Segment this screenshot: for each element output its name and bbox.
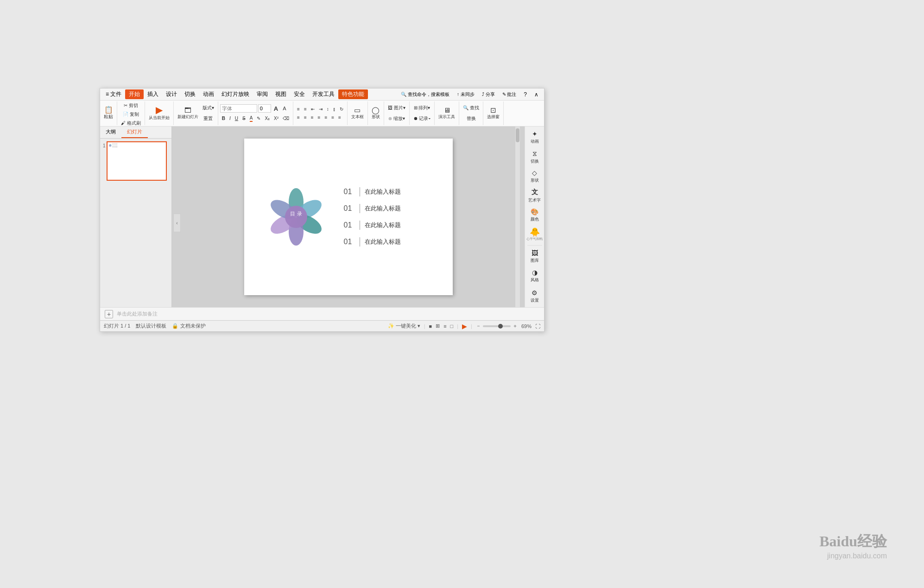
clear-format-button[interactable]: ⌫ <box>281 115 291 122</box>
zoom-out-button[interactable]: － <box>476 322 481 329</box>
find-button[interactable]: 🔍 查找 <box>461 103 481 113</box>
sidebar-style-button[interactable]: ◑ 风格 <box>526 266 544 285</box>
justify-button[interactable]: ≡ <box>316 114 323 121</box>
record-button[interactable]: ⏺ 记录▾ <box>411 114 433 124</box>
slide-canvas[interactable]: 目 录 01 在此输入标题 01 在此输入标题 <box>244 139 453 295</box>
menu-animation[interactable]: 动画 <box>199 89 218 99</box>
menu-slideshow[interactable]: 幻灯片放映 <box>218 89 253 99</box>
sidebar-color-button[interactable]: 🎨 颜色 <box>526 206 544 224</box>
menu-share[interactable]: ⤴ 分享 <box>478 90 499 99</box>
menu-insert[interactable]: 插入 <box>144 89 162 99</box>
view-notes-button[interactable]: □ <box>450 323 454 329</box>
strikethrough-button[interactable]: S <box>240 115 247 122</box>
menu-special[interactable]: 特色功能 <box>338 89 368 99</box>
numbering-button[interactable]: ≡ <box>302 106 309 113</box>
select-pane-button[interactable]: ⊡ 选择窗 <box>485 101 501 125</box>
decrease-indent-button[interactable]: ⇤ <box>309 106 316 113</box>
underline-button[interactable]: U <box>233 115 240 122</box>
template-info[interactable]: 默认设计模板 <box>136 322 166 329</box>
menu-search[interactable]: 🔍 查找命令，搜索模板 <box>397 90 453 99</box>
zoom-in-button[interactable]: ＋ <box>513 322 518 329</box>
play-button[interactable]: ▶ <box>462 322 467 330</box>
menu-developer[interactable]: 开发工具 <box>309 89 338 99</box>
menu-help[interactable]: ? <box>520 90 531 99</box>
sidebar-gallery-button[interactable]: 🖼 图库 <box>526 247 544 266</box>
superscript-button[interactable]: X² <box>272 115 280 122</box>
increase-font-button[interactable]: A <box>272 104 280 113</box>
slide-thumbnail[interactable]: 目录 01 | 在此输入标题 01 | 在此输入标题 01 | 在此输入标题 0… <box>107 141 167 181</box>
menu-item-3: 01 在此输入标题 <box>344 221 434 230</box>
align-center-button[interactable]: ≡ <box>302 114 309 121</box>
italic-button[interactable]: I <box>228 115 233 122</box>
zoom-slider[interactable] <box>483 325 511 327</box>
beautify-button[interactable]: ✨ 一键美化 ▾ <box>388 322 420 329</box>
replace-button[interactable]: 替换 <box>461 114 481 124</box>
increase-indent-button[interactable]: ⇥ <box>317 106 324 113</box>
menu-view[interactable]: 视图 <box>272 89 290 99</box>
menu-collapse[interactable]: ∧ <box>531 90 542 99</box>
subscript-button[interactable]: X₂ <box>263 115 272 122</box>
ribbon: 📋 粘贴 ✂ 剪切 📄 复制 🖌 格式刷 ▶ 从当前开始 <box>100 101 544 126</box>
font-name-input[interactable] <box>220 104 257 113</box>
play-from-current-button[interactable]: ▶ 从当前开始 <box>147 101 171 125</box>
bold-button[interactable]: B <box>220 115 227 122</box>
text-align1-button[interactable]: ≡ <box>323 114 329 121</box>
textbox-button[interactable]: ▭ 文本框 <box>349 101 366 125</box>
add-slide-button[interactable]: + <box>105 310 113 318</box>
text-direction-button[interactable]: ↻ <box>338 106 345 113</box>
sidebar-arttext-button[interactable]: 文 艺术字 <box>526 186 544 205</box>
shape-sidebar-icon: ◇ <box>532 169 537 177</box>
menu-start[interactable]: 开始 <box>125 89 144 99</box>
copy-button[interactable]: 📄 复制 <box>119 110 143 119</box>
align-left-button[interactable]: ≡ <box>295 114 302 121</box>
gallery-label: 图库 <box>531 258 539 264</box>
zoom-button[interactable]: ⊙ 缩放▾ <box>386 114 407 124</box>
sidebar-transition-button[interactable]: ⧖ 切换 <box>526 148 544 166</box>
layout-button[interactable]: 版式▾ <box>201 103 216 113</box>
vertical-scrollbar[interactable] <box>515 126 520 307</box>
outline-tab[interactable]: 大纲 <box>100 126 121 138</box>
menu-design[interactable]: 设计 <box>162 89 181 99</box>
sidebar-settings-button[interactable]: ⚙ 设置 <box>526 287 544 305</box>
reset-button[interactable]: 重置 <box>201 114 216 124</box>
menu-file[interactable]: ≡ 文件 <box>102 89 125 99</box>
bullets-button[interactable]: ≡ <box>295 106 302 113</box>
view-outline-button[interactable]: ≡ <box>443 323 446 329</box>
format-painter-button[interactable]: 🖌 格式刷 <box>119 119 143 126</box>
new-slide-button[interactable]: 🗔 新建幻灯片 <box>176 101 200 125</box>
text-align3-button[interactable]: ≡ <box>336 114 343 121</box>
picture-button[interactable]: 🖼 图片▾ <box>386 103 407 113</box>
flower-container: 目 录 <box>263 183 330 251</box>
fullscreen-button[interactable]: ⛶ <box>535 323 540 329</box>
main-content-area: ‹ 大纲 幻灯片 1 <box>100 126 544 307</box>
decrease-font-button[interactable]: A <box>281 105 288 112</box>
panel-collapse-button[interactable]: ‹ <box>173 214 181 232</box>
line-spacing-button[interactable]: ↕ <box>325 106 331 113</box>
menu-review[interactable]: 审阅 <box>253 89 272 99</box>
shape-button[interactable]: ◯ 形状 <box>370 101 382 125</box>
sidebar-shape-button[interactable]: ◇ 形状 <box>526 167 544 186</box>
paste-button[interactable]: 📋 粘贴 <box>102 101 115 125</box>
menu-security[interactable]: 安全 <box>290 89 309 99</box>
align-right-button[interactable]: ≡ <box>309 114 316 121</box>
view-grid-button[interactable]: ⊞ <box>436 323 440 329</box>
arrange-button[interactable]: ⊞ 排列▾ <box>411 103 433 113</box>
highlight-button[interactable]: ✎ <box>255 115 262 122</box>
menu-comment[interactable]: ✎ 批注 <box>499 90 520 99</box>
slide-panel-tabs: 大纲 幻灯片 <box>100 126 171 139</box>
columns-button[interactable]: ⫿ <box>331 106 337 113</box>
slides-tab[interactable]: 幻灯片 <box>121 126 148 138</box>
view-normal-button[interactable]: ■ <box>429 323 432 329</box>
font-color-button[interactable]: A <box>248 114 255 123</box>
protection-info[interactable]: 🔒 文档未保护 <box>172 322 205 329</box>
text-align2-button[interactable]: ≡ <box>329 114 336 121</box>
sidebar-animation-button[interactable]: ✦ 动画 <box>526 128 544 147</box>
slide-number-label: 1 <box>103 141 106 148</box>
cut-button[interactable]: ✂ 剪切 <box>119 101 143 110</box>
menu-transition[interactable]: 切换 <box>181 89 199 99</box>
font-size-input[interactable] <box>258 104 271 113</box>
slideshow-tools-button[interactable]: 🖥 演示工具 <box>437 101 457 125</box>
menu-sync[interactable]: ↑ 未同步 <box>453 90 478 99</box>
status-bar: 幻灯片 1 / 1 默认设计模板 🔒 文档未保护 ✨ 一键美化 ▾ | ■ ⊞ … <box>100 320 544 331</box>
ribbon-arrange-group: ⊞ 排列▾ ⏺ 记录▾ <box>410 101 435 125</box>
